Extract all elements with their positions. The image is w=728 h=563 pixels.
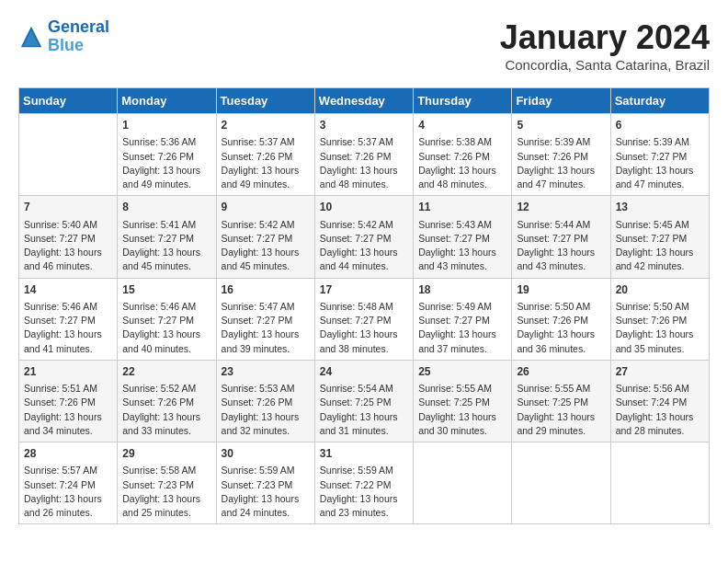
sunrise-text: Sunrise: 5:54 AM <box>320 383 393 394</box>
day-number: 10 <box>320 200 408 215</box>
calendar-cell: 10 Sunrise: 5:42 AM Sunset: 7:27 PM Dayl… <box>314 196 413 278</box>
day-number: 25 <box>418 364 506 380</box>
daylight-label: Daylight: 13 hours and 47 minutes. <box>616 165 694 190</box>
calendar-cell: 23 Sunrise: 5:53 AM Sunset: 7:26 PM Dayl… <box>216 360 314 442</box>
sunset-text: Sunset: 7:27 PM <box>418 315 490 326</box>
sunrise-text: Sunrise: 5:59 AM <box>320 465 393 476</box>
day-number: 7 <box>24 200 112 215</box>
logo: General Blue <box>18 18 109 55</box>
day-number: 13 <box>616 200 704 215</box>
daylight-label: Daylight: 13 hours and 43 minutes. <box>517 247 595 271</box>
day-number: 6 <box>616 118 704 133</box>
sunrise-text: Sunrise: 5:50 AM <box>616 301 689 312</box>
month-title: January 2024 <box>500 18 710 57</box>
calendar-week-2: 7 Sunrise: 5:40 AM Sunset: 7:27 PM Dayli… <box>19 196 710 278</box>
sunset-text: Sunset: 7:24 PM <box>616 396 688 408</box>
calendar-cell: 8 Sunrise: 5:41 AM Sunset: 7:27 PM Dayli… <box>118 196 216 278</box>
day-number: 3 <box>320 118 408 133</box>
logo-icon <box>18 24 44 50</box>
daylight-label: Daylight: 13 hours and 47 minutes. <box>517 165 595 190</box>
sunset-text: Sunset: 7:24 PM <box>24 479 96 490</box>
sunset-text: Sunset: 7:26 PM <box>122 151 194 162</box>
sunset-text: Sunset: 7:27 PM <box>616 151 688 162</box>
sunset-text: Sunset: 7:27 PM <box>517 233 588 244</box>
sunrise-text: Sunrise: 5:47 AM <box>222 301 295 312</box>
sunset-text: Sunset: 7:26 PM <box>222 151 293 162</box>
daylight-label: Daylight: 13 hours and 45 minutes. <box>222 247 300 271</box>
daylight-label: Daylight: 13 hours and 43 minutes. <box>418 247 496 271</box>
calendar-cell: 2 Sunrise: 5:37 AM Sunset: 7:26 PM Dayli… <box>216 114 314 196</box>
day-number: 30 <box>222 446 310 462</box>
daylight-label: Daylight: 13 hours and 32 minutes. <box>222 411 300 436</box>
daylight-label: Daylight: 13 hours and 40 minutes. <box>122 328 200 353</box>
sunset-text: Sunset: 7:27 PM <box>222 315 293 326</box>
calendar-cell: 19 Sunrise: 5:50 AM Sunset: 7:26 PM Dayl… <box>512 278 610 360</box>
sunrise-text: Sunrise: 5:44 AM <box>517 219 590 230</box>
calendar-cell: 14 Sunrise: 5:46 AM Sunset: 7:27 PM Dayl… <box>19 278 118 360</box>
sunset-text: Sunset: 7:26 PM <box>122 396 194 408</box>
calendar-cell: 22 Sunrise: 5:52 AM Sunset: 7:26 PM Dayl… <box>118 360 216 442</box>
daylight-label: Daylight: 13 hours and 46 minutes. <box>24 247 102 271</box>
calendar-week-5: 28 Sunrise: 5:57 AM Sunset: 7:24 PM Dayl… <box>19 442 710 524</box>
day-number: 29 <box>122 446 210 462</box>
title-block: January 2024 Concordia, Santa Catarina, … <box>500 18 710 73</box>
sunset-text: Sunset: 7:26 PM <box>24 396 96 408</box>
calendar-cell: 18 Sunrise: 5:49 AM Sunset: 7:27 PM Dayl… <box>414 278 512 360</box>
day-number: 21 <box>24 364 112 380</box>
calendar-cell: 7 Sunrise: 5:40 AM Sunset: 7:27 PM Dayli… <box>19 196 118 278</box>
daylight-label: Daylight: 13 hours and 36 minutes. <box>517 328 595 353</box>
daylight-label: Daylight: 13 hours and 38 minutes. <box>320 328 398 353</box>
sunrise-text: Sunrise: 5:38 AM <box>418 136 492 147</box>
calendar-cell: 26 Sunrise: 5:55 AM Sunset: 7:25 PM Dayl… <box>512 360 610 442</box>
sunrise-text: Sunrise: 5:40 AM <box>24 219 97 230</box>
day-number: 15 <box>122 282 210 298</box>
sunset-text: Sunset: 7:26 PM <box>320 151 392 162</box>
day-header-friday: Friday <box>512 88 610 114</box>
sunrise-text: Sunrise: 5:55 AM <box>418 383 492 394</box>
calendar-cell: 20 Sunrise: 5:50 AM Sunset: 7:26 PM Dayl… <box>610 278 709 360</box>
daylight-label: Daylight: 13 hours and 49 minutes. <box>122 165 200 190</box>
calendar-cell <box>512 442 610 524</box>
sunrise-text: Sunrise: 5:36 AM <box>122 136 196 147</box>
sunrise-text: Sunrise: 5:59 AM <box>222 465 295 476</box>
calendar-week-1: 1 Sunrise: 5:36 AM Sunset: 7:26 PM Dayli… <box>19 114 710 196</box>
sunset-text: Sunset: 7:25 PM <box>418 396 490 408</box>
sunrise-text: Sunrise: 5:37 AM <box>320 136 393 147</box>
daylight-label: Daylight: 13 hours and 42 minutes. <box>616 247 694 271</box>
daylight-label: Daylight: 13 hours and 34 minutes. <box>24 411 102 436</box>
day-number: 19 <box>517 282 605 298</box>
day-header-wednesday: Wednesday <box>314 88 413 114</box>
sunset-text: Sunset: 7:22 PM <box>320 479 392 490</box>
logo-text: General Blue <box>48 18 109 55</box>
daylight-label: Daylight: 13 hours and 44 minutes. <box>320 247 398 271</box>
calendar-cell: 12 Sunrise: 5:44 AM Sunset: 7:27 PM Dayl… <box>512 196 610 278</box>
calendar-cell: 25 Sunrise: 5:55 AM Sunset: 7:25 PM Dayl… <box>414 360 512 442</box>
calendar-cell: 21 Sunrise: 5:51 AM Sunset: 7:26 PM Dayl… <box>19 360 118 442</box>
daylight-label: Daylight: 13 hours and 41 minutes. <box>24 328 102 353</box>
day-number: 31 <box>320 446 408 462</box>
daylight-label: Daylight: 13 hours and 49 minutes. <box>222 165 300 190</box>
sunset-text: Sunset: 7:23 PM <box>122 479 194 490</box>
daylight-label: Daylight: 13 hours and 31 minutes. <box>320 411 398 436</box>
sunrise-text: Sunrise: 5:39 AM <box>517 136 590 147</box>
calendar-cell: 1 Sunrise: 5:36 AM Sunset: 7:26 PM Dayli… <box>118 114 216 196</box>
sunrise-text: Sunrise: 5:52 AM <box>122 383 196 394</box>
sunrise-text: Sunrise: 5:55 AM <box>517 383 590 394</box>
calendar-cell: 31 Sunrise: 5:59 AM Sunset: 7:22 PM Dayl… <box>314 442 413 524</box>
calendar-cell: 30 Sunrise: 5:59 AM Sunset: 7:23 PM Dayl… <box>216 442 314 524</box>
sunrise-text: Sunrise: 5:50 AM <box>517 301 590 312</box>
daylight-label: Daylight: 13 hours and 35 minutes. <box>616 328 694 353</box>
sunset-text: Sunset: 7:27 PM <box>320 233 392 244</box>
sunset-text: Sunset: 7:27 PM <box>222 233 293 244</box>
sunset-text: Sunset: 7:27 PM <box>122 233 194 244</box>
sunset-text: Sunset: 7:26 PM <box>418 151 490 162</box>
day-number: 26 <box>517 364 605 380</box>
daylight-label: Daylight: 13 hours and 37 minutes. <box>418 328 496 353</box>
calendar-body: 1 Sunrise: 5:36 AM Sunset: 7:26 PM Dayli… <box>19 114 710 524</box>
sunset-text: Sunset: 7:27 PM <box>24 315 96 326</box>
sunrise-text: Sunrise: 5:49 AM <box>418 301 492 312</box>
day-number: 20 <box>616 282 704 298</box>
sunset-text: Sunset: 7:27 PM <box>24 233 96 244</box>
sunrise-text: Sunrise: 5:42 AM <box>320 219 393 230</box>
calendar-cell: 4 Sunrise: 5:38 AM Sunset: 7:26 PM Dayli… <box>414 114 512 196</box>
